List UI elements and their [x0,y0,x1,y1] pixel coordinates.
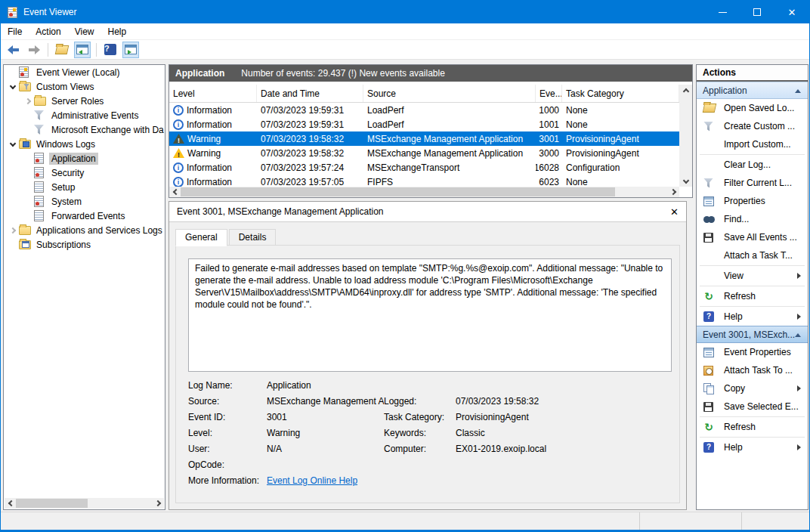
action-label: Help [724,442,743,453]
scroll-up-button[interactable] [679,85,692,95]
tree-item-custom-views[interactable]: Custom Views [4,79,165,94]
tree-item-applications-and-services-logs[interactable]: Applications and Services Logs [4,223,165,237]
action-help[interactable]: Help [697,438,808,456]
level-text: Information [187,177,232,187]
action-filter-current-l-[interactable]: Filter Current L... [697,174,808,192]
event-log-online-help-link[interactable]: Event Log Online Help [267,475,384,486]
task-category-cell: ProvisioningAgent [562,148,639,159]
event-details-pane: Event 3001, MSExchange Management Applic… [168,201,687,510]
action-save-selected-e-[interactable]: Save Selected E... [697,397,808,416]
scroll-left-button[interactable] [5,498,15,509]
collapse-icon[interactable] [795,89,801,93]
back-button[interactable] [5,42,22,58]
find-icon [703,216,715,224]
source-cell: MSExchange Management Application [363,134,536,144]
field-row: Event ID:3001Task Category:ProvisioningA… [188,409,672,425]
tree-item-event-viewer-local-[interactable]: Event Viewer (Local) [4,65,165,79]
show-console-tree-button[interactable] [74,42,91,58]
show-action-pane-button[interactable] [122,42,139,58]
column-header-task-category[interactable]: Task Category [562,85,679,102]
column-header-date-and-time[interactable]: Date and Time [257,85,363,102]
scroll-down-button[interactable] [679,176,692,187]
column-header-eve-[interactable]: Eve... [536,85,562,102]
tree-item-microsoft-exchange-with-da[interactable]: Microsoft Exchange with Da [4,122,165,137]
minimize-button[interactable] [705,1,740,23]
event-count: Number of events: 29.437 (!) New events … [241,68,444,79]
action-copy[interactable]: Copy [697,379,808,397]
window-title: Event Viewer [23,7,76,17]
tree-item-setup[interactable]: Setup [4,180,165,194]
scroll-right-button[interactable] [153,498,164,509]
event-row[interactable]: iInformation07/03/2023 19:57:24MSExchang… [169,160,679,175]
action-attach-a-task-t-[interactable]: Attach a Task T... [697,246,808,264]
action-event-properties[interactable]: Event Properties [697,343,808,361]
menu-item-action[interactable]: Action [29,23,67,40]
menu-item-help[interactable]: Help [101,23,134,40]
event-row[interactable]: Warning07/03/2023 19:58:32MSExchange Man… [169,146,679,160]
event-row[interactable]: Warning07/03/2023 19:58:32MSExchange Man… [169,131,679,146]
tree-item-forwarded-events[interactable]: Forwarded Events [4,209,165,223]
tree-item-label: System [49,196,84,208]
export-button[interactable] [54,42,70,58]
action-clear-log-[interactable]: Clear Log... [697,156,808,174]
event-list-horizontal-scrollbar[interactable] [169,187,679,197]
action-view[interactable]: View [697,267,808,285]
column-header-source[interactable]: Source [363,85,536,102]
tab-general[interactable]: General [175,229,227,246]
column-header-level[interactable]: Level [169,85,257,102]
action-create-custom-[interactable]: Create Custom ... [697,117,808,135]
event-row[interactable]: iInformation07/03/2023 19:59:31LoadPerf1… [169,117,679,131]
tab-details[interactable]: Details [229,229,277,246]
action-refresh[interactable]: Refresh [697,287,808,305]
tree-item-application[interactable]: Application [4,151,165,165]
action-attach-task-to-[interactable]: Attach Task To ... [697,361,808,379]
action-properties[interactable]: Properties [697,192,808,210]
chevron-down-icon[interactable] [7,143,19,146]
tree-item-subscriptions[interactable]: Subscriptions [4,237,165,252]
action-refresh[interactable]: Refresh [697,418,808,436]
event-description[interactable]: Failed to generate e-mail addresses base… [188,258,672,372]
action-find-[interactable]: Find... [697,210,808,228]
close-button[interactable]: ✕ [774,1,809,23]
action-save-all-events-[interactable]: Save All Events ... [697,228,808,246]
help-icon: ? [104,44,116,55]
menu-item-view[interactable]: View [68,23,101,40]
forward-button[interactable] [26,42,42,58]
action-open-saved-lo-[interactable]: Open Saved Lo... [697,99,808,117]
details-close-icon[interactable]: ✕ [670,206,679,218]
properties-icon [703,196,714,206]
event-list-vertical-scrollbar[interactable] [679,85,692,187]
date-time-cell: 07/03/2023 19:59:31 [257,105,363,116]
action-help[interactable]: Help [697,308,808,326]
save-icon [703,233,713,243]
actions-section-header[interactable]: Application [697,82,808,99]
tree-item-server-roles[interactable]: Server Roles [4,94,165,108]
task-category-cell: None [562,177,588,187]
field-label: Level: [188,428,267,438]
menu-item-file[interactable]: File [1,23,29,40]
action-import-custom-[interactable]: Import Custom... [697,135,808,153]
event-row[interactable]: iInformation07/03/2023 19:59:31LoadPerf1… [169,103,679,117]
tree-item-system[interactable]: System [4,194,165,209]
date-time-cell: 07/03/2023 19:58:32 [257,148,363,159]
scrollbar-thumb[interactable] [16,499,88,508]
status-cell [640,512,742,530]
event-row[interactable]: iInformation07/03/2023 19:57:05FIPFS6023… [169,175,679,187]
chevron-right-icon[interactable] [22,99,34,104]
tree-item-administrative-events[interactable]: Administrative Events [4,108,165,122]
separator [700,437,805,438]
scroll-right-button[interactable] [669,187,679,197]
chevron-down-icon[interactable] [7,85,19,88]
help-icon [703,442,714,453]
maximize-button[interactable] [740,1,774,23]
actions-section-header[interactable]: Event 3001, MSExch... [697,326,808,343]
tree-item-windows-logs[interactable]: Windows Logs [4,137,165,151]
tree-item-security[interactable]: Security [4,165,165,180]
chevron-right-icon[interactable] [7,228,19,233]
action-label: View [724,271,744,281]
collapse-icon[interactable] [795,333,801,337]
tree-horizontal-scrollbar[interactable] [5,498,164,509]
scrollbar-thumb[interactable] [181,187,615,196]
help-button[interactable]: ? [102,42,119,58]
scroll-left-button[interactable] [169,187,180,197]
